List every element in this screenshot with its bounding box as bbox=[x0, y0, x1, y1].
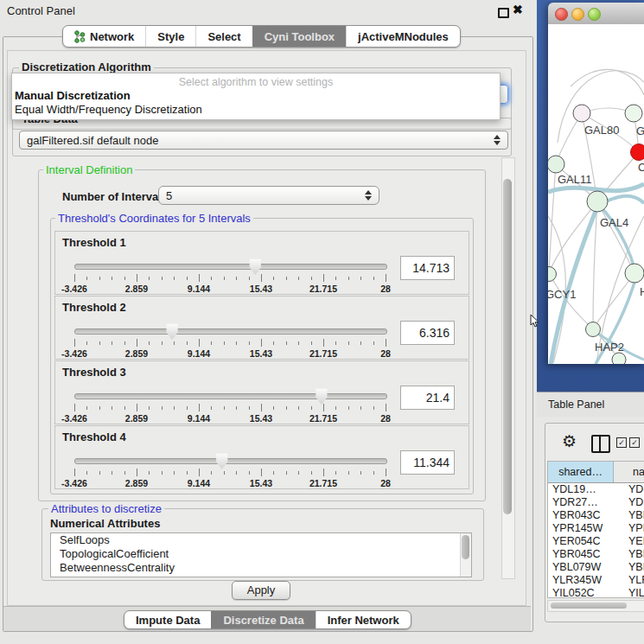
table-cell[interactable]: YBR0 bbox=[625, 509, 644, 522]
column-header-name[interactable]: na bbox=[614, 462, 644, 482]
list-scrollbar[interactable] bbox=[460, 533, 471, 577]
algorithm-group-title: Discretization Algorithm bbox=[19, 61, 154, 73]
popup-item-equal-width[interactable]: Equal Width/Frequency Discretization bbox=[12, 103, 500, 117]
table-row[interactable]: YLR345W YLR3 bbox=[548, 574, 644, 587]
tab-network[interactable]: Network bbox=[63, 26, 145, 47]
table-row[interactable]: YPR145W YPR1 bbox=[548, 522, 644, 535]
table-hscrollbar-thumb[interactable] bbox=[551, 603, 627, 609]
table-row[interactable]: YBL079W YBL0 bbox=[548, 561, 644, 574]
slider-thumb[interactable] bbox=[166, 323, 179, 340]
zoom-traffic-light[interactable] bbox=[588, 8, 601, 21]
table-cell[interactable]: YPR1 bbox=[625, 522, 644, 535]
table-cell[interactable]: YDL1 bbox=[625, 483, 644, 496]
slider-track[interactable] bbox=[74, 328, 387, 335]
table-cell[interactable]: YIL052C bbox=[548, 587, 625, 598]
combobox-stepper-icon bbox=[493, 135, 501, 145]
attribute-list-item[interactable]: BetweennessCentrality bbox=[51, 561, 471, 575]
node-highlighted-red[interactable] bbox=[631, 144, 644, 161]
table-cell[interactable]: YBR0 bbox=[625, 548, 644, 561]
threshold-slider[interactable]: -3.4262.8599.14415.4321.71528 bbox=[73, 452, 391, 487]
tab-style[interactable]: Style bbox=[145, 26, 195, 47]
slider-thumb[interactable] bbox=[215, 453, 228, 469]
slider-tick-labels: -3.4262.8599.14415.4321.71528 bbox=[74, 348, 386, 359]
tab-select[interactable]: Select bbox=[195, 26, 252, 47]
table-cell[interactable]: YPR145W bbox=[548, 522, 625, 535]
minimize-traffic-light[interactable] bbox=[571, 8, 584, 21]
node-partial-bottom[interactable] bbox=[612, 353, 626, 364]
node-gal11[interactable] bbox=[548, 156, 564, 173]
table-row[interactable]: YDR27… YDR2 bbox=[548, 496, 644, 509]
table-cell[interactable]: YDR2 bbox=[625, 496, 644, 509]
node-gal80[interactable] bbox=[573, 105, 590, 122]
table-cell[interactable]: YBR045C bbox=[548, 548, 625, 561]
tab-label: Impute Data bbox=[136, 614, 200, 627]
columns-icon[interactable] bbox=[591, 435, 610, 453]
slider-track[interactable] bbox=[74, 393, 387, 399]
table-data-combobox[interactable]: galFiltered.sif default node bbox=[19, 131, 508, 150]
threshold-label: Threshold 2 bbox=[62, 301, 126, 314]
table-cell[interactable]: YLR3 bbox=[625, 574, 644, 587]
attribute-list-item[interactable]: TopologicalCoefficient bbox=[51, 547, 471, 561]
network-canvas[interactable]: GAL80 G GAL11 C GAL4 GCY1 H HAP2 bbox=[548, 24, 644, 364]
tab-discretize-data[interactable]: Discretize Data bbox=[211, 611, 315, 628]
node-table[interactable]: shared… na YDL19… YDL1 YDR27… YDR2 YBR04… bbox=[547, 461, 644, 598]
attribute-list-item[interactable]: SelfLoops bbox=[51, 533, 471, 547]
table-hscrollbar[interactable] bbox=[547, 600, 644, 612]
node-gcy1[interactable] bbox=[548, 267, 557, 282]
tab-infer-network[interactable]: Infer Network bbox=[316, 611, 411, 628]
table-cell[interactable]: YDL19… bbox=[548, 483, 625, 496]
num-intervals-spinner[interactable]: 5 bbox=[158, 186, 379, 205]
content-scrollbar[interactable] bbox=[501, 157, 515, 579]
table-cell[interactable]: YBL0 bbox=[625, 561, 644, 574]
apply-button[interactable]: Apply bbox=[232, 581, 290, 600]
table-cell[interactable]: YDR27… bbox=[548, 496, 625, 509]
list-scrollbar-thumb[interactable] bbox=[462, 535, 469, 559]
slider-track[interactable] bbox=[74, 264, 387, 270]
threshold-value-field[interactable]: 6.316 bbox=[400, 321, 455, 345]
node-gal4[interactable] bbox=[587, 191, 608, 212]
table-row[interactable]: YBR043C YBR0 bbox=[548, 509, 644, 522]
threshold-value-field[interactable]: 14.713 bbox=[400, 256, 455, 280]
node-partial-top[interactable] bbox=[625, 105, 642, 122]
table-cell[interactable]: YBR043C bbox=[548, 509, 625, 522]
node-h[interactable] bbox=[625, 264, 644, 283]
gear-icon[interactable]: ⚙ bbox=[562, 431, 577, 451]
tab-label: Network bbox=[90, 30, 134, 43]
network-icon bbox=[74, 30, 86, 43]
tab-jactivemnodules[interactable]: jActiveMNodules bbox=[346, 26, 460, 47]
threshold-value-field[interactable]: 21.4 bbox=[400, 386, 455, 410]
threshold-slider[interactable]: -3.4262.8599.14415.4321.71528 bbox=[73, 387, 391, 422]
node-hap2[interactable] bbox=[586, 322, 601, 337]
table-row[interactable]: YBR045C YBR0 bbox=[548, 548, 644, 561]
table-row[interactable]: YER054C YER0 bbox=[548, 535, 644, 548]
tab-impute-data[interactable]: Impute Data bbox=[124, 611, 211, 628]
content-scrollbar-thumb[interactable] bbox=[503, 179, 512, 514]
tab-cyni-toolbox[interactable]: Cyni Toolbox bbox=[252, 26, 346, 47]
column-header-shared-name[interactable]: shared… bbox=[548, 462, 614, 482]
slider-tick-labels: -3.4262.8599.14415.4321.71528 bbox=[74, 284, 386, 294]
table-cell[interactable]: YLR345W bbox=[548, 574, 625, 587]
tab-label: Infer Network bbox=[328, 614, 399, 627]
close-icon[interactable]: ✖ bbox=[513, 3, 523, 16]
slider-thumb[interactable] bbox=[315, 388, 328, 405]
slider-track[interactable] bbox=[74, 458, 387, 464]
float-window-icon[interactable] bbox=[498, 8, 509, 18]
threshold-value-field[interactable]: 11.344 bbox=[400, 450, 455, 475]
checkbox-icon[interactable]: ✓ bbox=[616, 437, 627, 448]
table-cell[interactable]: YIL0 bbox=[625, 587, 644, 598]
threshold-row: Threshold 4 -3.4262.8599.14415.4321.7152… bbox=[54, 425, 469, 489]
table-cell[interactable]: YER0 bbox=[625, 535, 644, 548]
checkbox-icon[interactable]: ✓ bbox=[629, 437, 640, 448]
table-cell[interactable]: YER054C bbox=[548, 535, 625, 548]
table-row[interactable]: YIL052C YIL0 bbox=[548, 587, 644, 598]
threshold-slider[interactable]: -3.4262.8599.14415.4321.71528 bbox=[73, 258, 391, 292]
close-traffic-light[interactable] bbox=[555, 8, 568, 21]
attributes-list[interactable]: SelfLoopsTopologicalCoefficientBetweenne… bbox=[50, 532, 472, 577]
table-row[interactable]: YDL19… YDL1 bbox=[548, 483, 644, 496]
table-header-row: shared… na bbox=[548, 462, 644, 483]
network-window-titlebar[interactable] bbox=[548, 3, 644, 25]
slider-thumb[interactable] bbox=[249, 258, 262, 275]
threshold-slider[interactable]: -3.4262.8599.14415.4321.71528 bbox=[73, 322, 391, 357]
popup-item-manual-discretization[interactable]: Manual Discretization bbox=[12, 89, 500, 103]
table-cell[interactable]: YBL079W bbox=[548, 561, 625, 574]
